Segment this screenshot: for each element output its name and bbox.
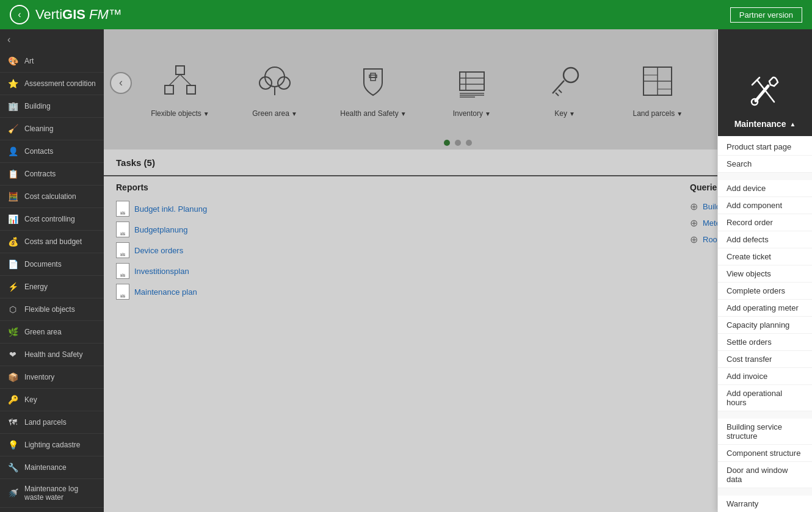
module-arrow-icon: ▼: [291, 110, 297, 117]
sidebar-icon-inventory: 📦: [7, 372, 18, 383]
sidebar-item-assessment[interactable]: ⭐ Assessment condition: [0, 73, 104, 95]
svg-line-37: [757, 80, 774, 102]
dropdown-menu-item[interactable]: Building service structure: [718, 419, 812, 445]
module-label-key: Key ▼: [554, 109, 575, 118]
module-item-green-area[interactable]: Green area ▼: [241, 60, 308, 118]
svg-line-22: [559, 90, 562, 93]
sidebar-label-key: Key: [24, 395, 37, 404]
svg-line-21: [553, 81, 564, 93]
sidebar-item-documents[interactable]: 📄 Documents: [0, 253, 104, 276]
dropdown-menu-item[interactable]: Complete orders: [718, 283, 812, 300]
dropdown-menu-item[interactable]: Cost transfer: [718, 351, 812, 368]
module-arrow-icon: ▼: [203, 110, 209, 117]
sidebar-label-cleaning: Cleaning: [24, 124, 53, 133]
dropdown-divider: [718, 173, 812, 180]
sidebar-item-costs-budget[interactable]: 💰 Costs and budget: [0, 231, 104, 253]
dropdown-menu-item[interactable]: Capacity planning: [718, 317, 812, 334]
dropdown-menu-item[interactable]: Add operational hours: [718, 385, 812, 411]
xls-label: xls: [120, 212, 125, 215]
dropdown-menu-item[interactable]: Search: [718, 156, 812, 173]
sidebar-item-cost-calculation[interactable]: 🧮 Cost calculation: [0, 186, 104, 208]
module-arrow-icon: ▼: [401, 110, 407, 117]
module-item-inventory[interactable]: Inventory ▼: [438, 60, 506, 118]
sidebar-icon-maintenance: 🔧: [7, 462, 18, 473]
dropdown-menu-item[interactable]: Product start page: [718, 139, 812, 156]
query-icon: ⊕: [690, 201, 698, 212]
sidebar-collapse-button[interactable]: ‹: [0, 29, 104, 50]
reports-section: Reports xls Budget inkl. Planung xls Bud…: [116, 182, 678, 302]
sidebar-item-contacts[interactable]: 👤 Contacts: [0, 140, 104, 163]
sidebar-label-energy: Energy: [24, 283, 48, 291]
dropdown-menu-item[interactable]: Warranty: [718, 496, 812, 512]
svg-line-35: [756, 86, 768, 101]
dropdown-menu-item[interactable]: Settle orders: [718, 334, 812, 351]
logo-gis: GIS: [62, 7, 85, 22]
dropdown-menu-item[interactable]: Add component: [718, 197, 812, 214]
svg-rect-0: [176, 66, 184, 74]
report-file-icon: xls: [116, 284, 129, 300]
sidebar-item-art[interactable]: 🎨 Art: [0, 50, 104, 73]
back-button[interactable]: ‹: [10, 5, 29, 24]
dropdown-menu-item[interactable]: View objects: [718, 265, 812, 283]
module-label-flexible-objects: Flexible objects ▼: [151, 109, 209, 118]
dot-1[interactable]: [444, 140, 450, 146]
sidebar-item-maintenance-log[interactable]: 🚿 Maintenance log waste water: [0, 479, 104, 508]
sidebar-item-cleaning[interactable]: 🧹 Cleaning: [0, 118, 104, 140]
dropdown-menu-item[interactable]: Add operating meter: [718, 300, 812, 317]
report-label: Budgetplanung: [134, 225, 187, 234]
dropdown-divider: [718, 488, 812, 496]
sidebar-label-contacts: Contacts: [24, 147, 53, 156]
report-file-icon: xls: [116, 242, 129, 258]
dropdown-header: Maintenance ▲: [718, 29, 812, 136]
sidebar-item-cost-controlling[interactable]: 📊 Cost controlling: [0, 208, 104, 231]
sidebar-label-green-area: Green area: [24, 328, 62, 336]
sidebar-item-contracts[interactable]: 📋 Contracts: [0, 163, 104, 186]
sidebar-item-key[interactable]: 🔑 Key: [0, 389, 104, 411]
module-item-flexible-objects[interactable]: Flexible objects ▼: [145, 60, 216, 118]
sidebar-icon-assessment: ⭐: [7, 78, 18, 89]
report-item[interactable]: xls Budgetplanung: [116, 219, 678, 240]
sidebar-item-health-safety[interactable]: ❤ Health and Safety: [0, 344, 104, 366]
partner-version-button[interactable]: Partner version: [730, 7, 802, 23]
dropdown-menu-item[interactable]: Door and window data: [718, 462, 812, 488]
xls-label: xls: [120, 274, 125, 278]
dot-2[interactable]: [455, 140, 461, 146]
dropdown-title-row: Maintenance ▲: [734, 119, 796, 129]
module-item-land-parcels[interactable]: Land parcels ▼: [624, 60, 691, 118]
dot-3[interactable]: [466, 140, 472, 146]
dropdown-menu-item[interactable]: Component structure: [718, 445, 812, 462]
report-file-icon: xls: [116, 263, 129, 279]
report-item[interactable]: xls Investitionsplan: [116, 261, 678, 281]
dropdown-menu-item[interactable]: Record order: [718, 214, 812, 231]
xls-label: xls: [120, 233, 125, 236]
sidebar-icon-key: 🔑: [7, 394, 18, 405]
sidebar-icon-land-parcels: 🗺: [7, 417, 18, 428]
report-item[interactable]: xls Budget inkl. Planung: [116, 198, 678, 219]
sidebar-item-maintenance[interactable]: 🔧 Maintenance: [0, 456, 104, 479]
sidebar-item-energy[interactable]: ⚡ Energy: [0, 276, 104, 298]
module-icon-flexible-objects: [159, 60, 201, 104]
dropdown-menu-item[interactable]: Create ticket: [718, 248, 812, 265]
sidebar-item-building[interactable]: 🏢 Building: [0, 95, 104, 118]
dropdown-menu-item[interactable]: Add invoice: [718, 368, 812, 385]
sidebar-icon-maintenance-log: 🚿: [7, 488, 18, 499]
sidebar-item-flexible-objects[interactable]: ⬡ Flexible objects: [0, 298, 104, 321]
topbar-left: ‹ VertiGIS FM™: [10, 5, 122, 24]
xls-label: xls: [120, 253, 125, 257]
sidebar-item-green-area[interactable]: 🌿 Green area: [0, 321, 104, 344]
dropdown-menu-item[interactable]: Add device: [718, 180, 812, 197]
report-item[interactable]: xls Maintenance plan: [116, 281, 678, 302]
sidebar-icon-health-safety: ❤: [7, 349, 18, 360]
sidebar-item-land-parcels[interactable]: 🗺 Land parcels: [0, 411, 104, 434]
module-item-health-safety[interactable]: Health and Safety ▼: [334, 60, 412, 118]
sidebar-label-land-parcels: Land parcels: [24, 418, 67, 427]
dropdown-menu-item[interactable]: Add defects: [718, 231, 812, 248]
sidebar-item-lighting-cadastre[interactable]: 💡 Lighting cadastre: [0, 434, 104, 456]
sidebar-item-inventory[interactable]: 📦 Inventory: [0, 366, 104, 389]
sidebar-icon-cost-calculation: 🧮: [7, 191, 18, 202]
module-prev-button[interactable]: ‹: [110, 72, 132, 94]
report-item[interactable]: xls Device orders: [116, 240, 678, 261]
logo-verti: VertiGIS FM™: [35, 7, 122, 23]
module-item-key[interactable]: Key ▼: [531, 60, 598, 118]
tasks-content: Reports xls Budget inkl. Planung xls Bud…: [104, 176, 812, 308]
